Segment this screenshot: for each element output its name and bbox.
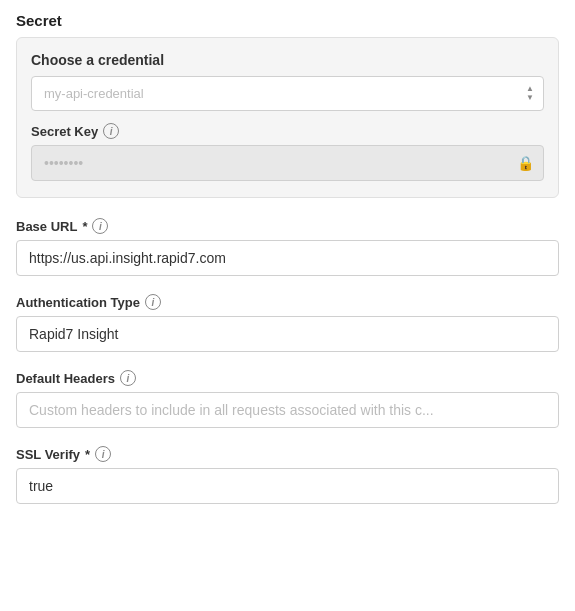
default-headers-info-icon[interactable]: i	[120, 370, 136, 386]
base-url-group: Base URL * i	[16, 218, 559, 276]
secret-key-input[interactable]	[31, 145, 544, 181]
auth-type-info-icon[interactable]: i	[145, 294, 161, 310]
secret-box: Choose a credential ▲ ▼ Secret Key i	[16, 37, 559, 198]
ssl-verify-input[interactable]	[16, 468, 559, 504]
base-url-wrapper	[16, 240, 559, 276]
choose-credential-input[interactable]	[31, 76, 544, 111]
choose-credential-label: Choose a credential	[31, 52, 544, 68]
secret-key-info-icon[interactable]: i	[103, 123, 119, 139]
base-url-label: Base URL * i	[16, 218, 559, 234]
secret-key-label: Secret Key i	[31, 123, 544, 139]
secret-section-label: Secret	[16, 12, 559, 29]
choose-credential-wrapper: ▲ ▼	[31, 76, 544, 111]
default-headers-label: Default Headers i	[16, 370, 559, 386]
auth-type-label: Authentication Type i	[16, 294, 559, 310]
default-headers-group: Default Headers i	[16, 370, 559, 428]
base-url-info-icon[interactable]: i	[92, 218, 108, 234]
choose-credential-group: Choose a credential ▲ ▼	[31, 52, 544, 111]
ssl-verify-info-icon[interactable]: i	[95, 446, 111, 462]
ssl-verify-group: SSL Verify * i	[16, 446, 559, 504]
ssl-verify-label: SSL Verify * i	[16, 446, 559, 462]
base-url-input[interactable]	[16, 240, 559, 276]
auth-type-wrapper	[16, 316, 559, 352]
default-headers-wrapper	[16, 392, 559, 428]
default-headers-input[interactable]	[16, 392, 559, 428]
auth-type-input[interactable]	[16, 316, 559, 352]
auth-type-group: Authentication Type i	[16, 294, 559, 352]
secret-section: Secret Choose a credential ▲ ▼ Secret Ke…	[16, 12, 559, 198]
ssl-verify-wrapper	[16, 468, 559, 504]
secret-key-wrapper: 🔒	[31, 145, 544, 181]
secret-key-group: Secret Key i 🔒	[31, 123, 544, 181]
